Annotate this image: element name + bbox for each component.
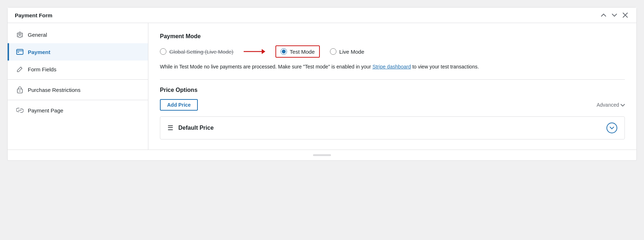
sidebar: General Payment: [8, 23, 148, 150]
sidebar-item-payment-page[interactable]: Payment Page: [8, 102, 148, 119]
price-options-section: Price Options Add Price Advanced: [160, 87, 625, 139]
svg-point-3: [19, 90, 21, 92]
description-prefix: While in Test Mode no live payments are …: [160, 64, 373, 70]
sidebar-item-form-fields-label: Form Fields: [28, 66, 56, 72]
panel-controls: [600, 12, 629, 18]
radio-global-label: Global Setting (Live Mode): [169, 49, 234, 55]
add-price-button[interactable]: Add Price: [160, 99, 198, 111]
price-options-title: Price Options: [160, 87, 625, 93]
radio-global-input[interactable]: [160, 48, 166, 55]
gear-icon: [16, 31, 23, 38]
price-options-header: Add Price Advanced: [160, 99, 625, 111]
collapse-up-button[interactable]: [600, 12, 608, 18]
payment-mode-title: Payment Mode: [160, 33, 625, 40]
svg-marker-5: [262, 49, 265, 54]
sidebar-item-form-fields[interactable]: Form Fields: [8, 61, 148, 78]
payment-mode-description: While in Test Mode no live payments are …: [160, 63, 625, 71]
footer-handle[interactable]: [313, 154, 331, 156]
description-suffix: to view your test transactions.: [411, 64, 479, 70]
advanced-chevron-icon: [621, 102, 625, 108]
svg-rect-0: [17, 49, 23, 54]
expand-button[interactable]: [621, 12, 629, 18]
sidebar-item-payment-label: Payment: [28, 49, 51, 55]
edit-icon: [16, 66, 23, 73]
sidebar-item-payment-page-label: Payment Page: [28, 107, 63, 114]
sidebar-divider-2: [8, 100, 148, 100]
radio-test-label: Test Mode: [290, 49, 315, 55]
radio-live-label: Live Mode: [339, 49, 364, 55]
credit-card-icon: [16, 48, 23, 55]
radio-test-mode[interactable]: Test Mode: [280, 48, 315, 55]
sidebar-item-general-label: General: [28, 32, 47, 38]
payment-mode-section: Payment Mode Global Setting (Live Mode): [160, 33, 625, 71]
default-price-dropdown-button[interactable]: [606, 123, 617, 133]
panel-body: General Payment: [8, 23, 636, 150]
section-divider: [160, 79, 625, 80]
main-content: Payment Mode Global Setting (Live Mode): [148, 23, 636, 150]
stripe-dashboard-link[interactable]: Stripe dashboard: [373, 64, 411, 70]
radio-live-input[interactable]: [330, 48, 336, 55]
panel-title: Payment Form: [15, 12, 52, 18]
radio-test-input[interactable]: [280, 48, 287, 55]
panel-footer: [8, 150, 636, 160]
drag-handle-icon[interactable]: ☰: [167, 124, 173, 132]
panel-header: Payment Form: [8, 8, 636, 23]
sidebar-item-purchase-restrictions[interactable]: Purchase Restrictions: [8, 81, 148, 98]
payment-mode-options-row: Global Setting (Live Mode) Test Mo: [160, 45, 625, 58]
default-price-label: Default Price: [178, 125, 214, 131]
radio-live-mode[interactable]: Live Mode: [330, 48, 364, 55]
sidebar-item-payment[interactable]: Payment: [8, 43, 148, 61]
default-price-row: ☰ Default Price: [160, 116, 625, 139]
sidebar-divider: [8, 79, 148, 80]
test-mode-highlight: Test Mode: [275, 45, 320, 58]
radio-global-setting[interactable]: Global Setting (Live Mode): [160, 48, 234, 55]
svg-rect-1: [17, 52, 19, 53]
sidebar-item-general[interactable]: General: [8, 26, 148, 43]
link-icon: [16, 107, 23, 114]
collapse-down-button[interactable]: [610, 12, 618, 18]
lock-icon: [16, 86, 23, 93]
sidebar-item-purchase-restrictions-label: Purchase Restrictions: [28, 87, 80, 93]
advanced-toggle-button[interactable]: Advanced: [597, 102, 625, 108]
arrow-annotation: [244, 48, 265, 55]
default-price-left: ☰ Default Price: [167, 124, 214, 132]
advanced-label: Advanced: [597, 102, 619, 108]
payment-form-panel: Payment Form: [7, 7, 637, 161]
red-arrow-svg: [244, 48, 265, 55]
